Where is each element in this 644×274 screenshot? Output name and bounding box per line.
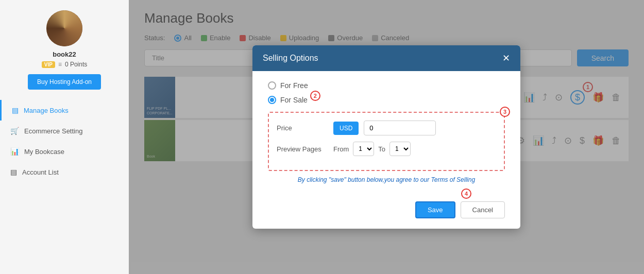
to-label: To — [378, 145, 385, 153]
currency-button[interactable]: USD — [333, 122, 359, 135]
for-sale-label: For Sale — [280, 96, 308, 104]
for-free-radio[interactable] — [268, 81, 276, 90]
for-sale-radio[interactable] — [268, 96, 276, 104]
selling-options-modal: Selling Options ✕ For Free For Sale — [252, 45, 520, 229]
to-select[interactable]: 1 2 3 — [389, 142, 411, 156]
buy-hosting-button[interactable]: Buy Hosting Add-on — [28, 74, 101, 90]
cancel-button[interactable]: Cancel — [461, 201, 505, 218]
vip-badge: VIP — [42, 61, 55, 68]
sidebar-item-bookcase[interactable]: 📊 My Bookcase — [0, 141, 129, 162]
badge-4: 4 — [461, 189, 471, 199]
content-area: Manage Books Status: All Enable Disable … — [129, 0, 644, 274]
sidebar-nav: ▤ Manage Books 🛒 Ecommerce Setting 📊 My … — [0, 100, 129, 182]
for-sale-option[interactable]: For Sale — [268, 96, 308, 104]
points-label: 0 Points — [65, 61, 87, 68]
sidebar: book22 VIP ≡ 0 Points Buy Hosting Add-on… — [0, 0, 129, 274]
sidebar-item-ecommerce[interactable]: 🛒 Ecommerce Setting — [0, 121, 129, 141]
from-label: From — [333, 145, 349, 153]
sidebar-item-account[interactable]: ▤ Account List — [0, 162, 129, 182]
modal-close-button[interactable]: ✕ — [502, 53, 510, 64]
user-meta: VIP ≡ 0 Points — [42, 61, 88, 68]
from-to-row: From 1 2 3 To 1 2 3 — [333, 142, 411, 156]
sidebar-item-manage-books[interactable]: ▤ Manage Books — [0, 100, 129, 121]
terms-text: By clicking "save" button below,you agre… — [268, 176, 505, 183]
for-sale-row: For Sale 2 — [268, 96, 308, 104]
price-label: Price — [277, 124, 328, 132]
modal-title: Selling Options — [263, 54, 318, 63]
sale-options-box: 3 Price USD Preview Pages From — [268, 112, 505, 171]
badge-2: 2 — [310, 91, 320, 101]
account-icon: ▤ — [10, 168, 17, 176]
modal-overlay: Selling Options ✕ For Free For Sale — [129, 0, 644, 274]
avatar — [46, 10, 82, 46]
price-row: Price USD — [277, 121, 496, 135]
for-free-option[interactable]: For Free — [268, 81, 505, 90]
for-free-label: For Free — [280, 81, 308, 90]
ecommerce-icon: 🛒 — [10, 127, 19, 135]
bookcase-icon: 📊 — [10, 147, 19, 156]
sidebar-item-label: Account List — [22, 168, 59, 176]
modal-header: Selling Options ✕ — [252, 45, 520, 71]
price-input[interactable] — [364, 121, 436, 135]
points-icon: ≡ — [58, 61, 62, 68]
preview-pages-label: Preview Pages — [277, 145, 328, 153]
modal-footer: 4 Save Cancel — [252, 201, 520, 229]
username: book22 — [53, 50, 76, 58]
sidebar-item-label: My Bookcase — [24, 148, 64, 156]
manage-books-icon: ▤ — [12, 106, 19, 114]
preview-pages-row: Preview Pages From 1 2 3 To 1 — [277, 142, 496, 156]
sidebar-item-label: Ecommerce Setting — [24, 127, 82, 135]
badge-3: 3 — [500, 107, 510, 117]
save-button[interactable]: Save — [415, 201, 455, 218]
sidebar-item-label: Manage Books — [24, 107, 69, 114]
from-select[interactable]: 1 2 3 — [353, 142, 374, 156]
modal-body: For Free For Sale 2 3 — [252, 71, 520, 201]
